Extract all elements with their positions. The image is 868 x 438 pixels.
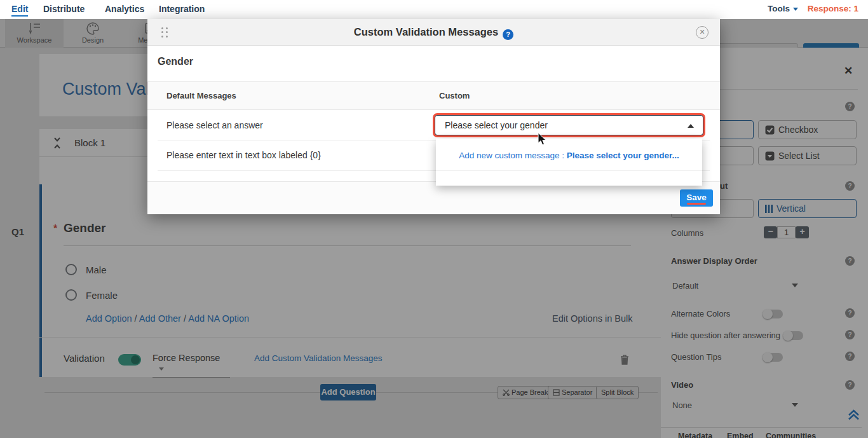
- default-message-row1: Please select an answer: [166, 120, 263, 130]
- mouse-cursor: [538, 132, 546, 146]
- tools-menu[interactable]: Tools: [768, 4, 798, 13]
- validation-table-header: Default Messages Custom: [147, 81, 720, 110]
- modal-close-icon[interactable]: [696, 26, 709, 39]
- column-default-messages: Default Messages: [166, 91, 236, 100]
- column-custom: Custom: [439, 91, 470, 100]
- modal-question-title: Gender: [158, 56, 193, 67]
- nav-integration[interactable]: Integration: [159, 4, 205, 14]
- add-new-custom-message-link[interactable]: Add new custom message : Please select y…: [436, 151, 702, 160]
- dropdown-divider: [436, 170, 702, 171]
- modal-help-icon[interactable]: [503, 29, 513, 40]
- custom-message-select[interactable]: Please select your gender: [435, 115, 703, 135]
- nav-analytics[interactable]: Analytics: [105, 4, 144, 14]
- default-message-row2: Please enter text in text box labeled {0…: [166, 150, 321, 160]
- nav-edit[interactable]: Edit: [11, 4, 28, 17]
- top-nav: Edit Distribute Analytics Integration To…: [0, 0, 868, 19]
- chevron-down-icon: [793, 8, 798, 11]
- save-button[interactable]: Save: [680, 189, 713, 207]
- response-count[interactable]: Response: 1: [808, 4, 858, 13]
- modal-title: Custom Validation Messages: [147, 26, 720, 40]
- chevron-up-icon: [688, 124, 694, 128]
- modal-header: Custom Validation Messages: [147, 19, 720, 46]
- nav-distribute[interactable]: Distribute: [43, 4, 85, 14]
- modal-footer: Save: [147, 181, 720, 214]
- custom-message-dropdown-panel: Add new custom message : Please select y…: [436, 139, 702, 186]
